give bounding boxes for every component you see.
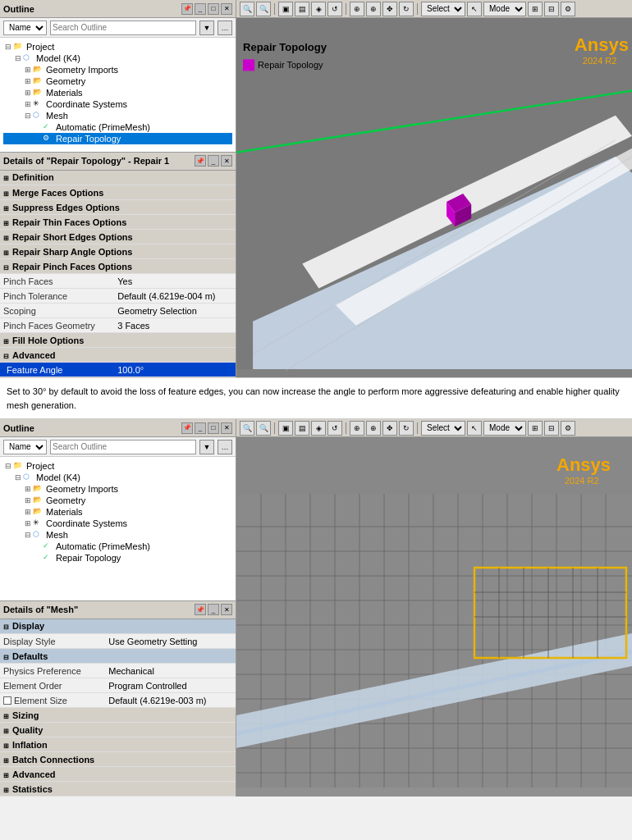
geo-imports-expand-b[interactable]: ⊞ <box>23 484 33 494</box>
tree-mesh-top[interactable]: ⊟ ⬡ Mesh <box>3 110 232 121</box>
pan-btn-b[interactable]: ✥ <box>382 421 397 436</box>
tree-materials-top[interactable]: ⊞ 📂 Materials <box>3 87 232 98</box>
view-btn4[interactable]: ↺ <box>327 2 342 16</box>
snap-btn[interactable]: ⊟ <box>544 2 559 16</box>
tree-geo-imports-bottom[interactable]: ⊞ 📂 Geometry Imports <box>3 483 232 495</box>
physics-value[interactable]: Mechanical <box>105 664 236 678</box>
section-definition[interactable]: ⊞Definition <box>0 171 236 185</box>
view-btn4b[interactable]: ↺ <box>327 421 342 436</box>
section-merge-faces[interactable]: ⊞Merge Faces Options <box>0 185 236 200</box>
feature-angle-value[interactable]: 100.0° <box>114 363 236 377</box>
select-dropdown-bottom[interactable]: Select <box>421 421 465 436</box>
details-pin-icon[interactable]: 📌 <box>195 155 206 167</box>
pinch-geo-value[interactable]: 3 Faces <box>114 318 236 333</box>
outline-sort-btn-bottom[interactable]: ▼ <box>199 440 214 454</box>
geo-expand[interactable]: ⊞ <box>23 76 33 86</box>
section-defaults[interactable]: ⊟Defaults <box>0 649 236 664</box>
outline-expand-btn-bottom[interactable]: … <box>218 440 232 454</box>
pan-btn[interactable]: ✥ <box>382 2 397 16</box>
tree-project-top[interactable]: ⊟ 📁 Project <box>3 41 232 52</box>
det-close-icon-b[interactable]: ✕ <box>221 604 232 615</box>
pinch-tol-value[interactable]: Default (4.6219e-004 m) <box>114 289 236 304</box>
section-fill-hole[interactable]: ⊞Fill Hole Options <box>0 333 236 348</box>
coord-expand-b[interactable]: ⊞ <box>23 518 33 528</box>
tree-materials-bottom[interactable]: ⊞ 📂 Materials <box>3 506 232 518</box>
mesh-expand-b[interactable]: ⊟ <box>23 530 33 540</box>
view-btn1[interactable]: ▣ <box>278 2 293 16</box>
name-dropdown-bottom[interactable]: Name <box>3 440 47 454</box>
section-batch-connections[interactable]: ⊞Batch Connections <box>0 752 236 767</box>
section-repair-thin[interactable]: ⊞Repair Thin Faces Options <box>0 215 236 230</box>
display-style-value[interactable]: Use Geometry Setting <box>105 634 236 649</box>
project-expand[interactable]: ⊟ <box>3 42 13 52</box>
section-quality[interactable]: ⊞Quality <box>0 723 236 737</box>
section-suppress-edges[interactable]: ⊞Suppress Edges Options <box>0 200 236 215</box>
cursor-icon[interactable]: ↖ <box>467 2 482 16</box>
view-btn3[interactable]: ◈ <box>311 2 326 16</box>
view-btn2b[interactable]: ▤ <box>295 421 309 436</box>
zoom-out-btn-top[interactable]: 🔍 <box>256 2 271 16</box>
view-btn1b[interactable]: ▣ <box>278 421 293 436</box>
tree-repair-top[interactable]: ⚙ Repair Topology <box>3 133 232 144</box>
mesh-expand[interactable]: ⊟ <box>23 111 33 121</box>
grid-btn-b[interactable]: ⊞ <box>528 421 543 436</box>
det-min-icon-b[interactable]: _ <box>208 604 219 615</box>
pin-icon-bottom[interactable]: 📌 <box>181 422 193 434</box>
coord-expand[interactable]: ⊞ <box>23 99 33 109</box>
tree-coord-top[interactable]: ⊞ ✳ Coordinate Systems <box>3 98 232 110</box>
mat-expand-b[interactable]: ⊞ <box>23 507 33 517</box>
scoping-value[interactable]: Geometry Selection <box>114 304 236 318</box>
tree-automatic-bottom[interactable]: ✓ Automatic (PrimeMesh) <box>3 541 232 552</box>
mode-dropdown-top[interactable]: Mode <box>483 2 526 16</box>
details-min-icon[interactable]: _ <box>208 155 219 167</box>
min-icon-bottom[interactable]: _ <box>195 422 206 434</box>
rotate-btn-b[interactable]: ↻ <box>399 421 414 436</box>
tree-geometry-bottom[interactable]: ⊞ 📂 Geometry <box>3 495 232 506</box>
details-close-icon[interactable]: ✕ <box>221 155 232 167</box>
tree-repair-bottom[interactable]: ✓ Repair Topology <box>3 552 232 564</box>
tree-geometry-imports-top[interactable]: ⊞ 📂 Geometry Imports <box>3 64 232 75</box>
element-size-checkbox[interactable] <box>3 696 11 705</box>
mode-dropdown-bottom[interactable]: Mode <box>483 421 526 436</box>
rotate-btn[interactable]: ↻ <box>399 2 414 16</box>
project-expand-b[interactable]: ⊟ <box>3 461 13 471</box>
section-repair-pinch[interactable]: ⊟Repair Pinch Faces Options <box>0 259 236 274</box>
outline-expand-btn[interactable]: … <box>218 21 232 35</box>
zoom-in-btn-bottom[interactable]: 🔍 <box>240 421 254 436</box>
zoom-in-btn-top[interactable]: 🔍 <box>240 2 254 16</box>
section-display[interactable]: ⊟Display <box>0 619 236 634</box>
view-btn3b[interactable]: ◈ <box>311 421 326 436</box>
section-repair-short[interactable]: ⊞Repair Short Edges Options <box>0 230 236 244</box>
section-repair-sharp[interactable]: ⊞Repair Sharp Angle Options <box>0 244 236 259</box>
row-feature-angle[interactable]: Feature Angle 100.0° <box>0 363 236 377</box>
name-dropdown-top[interactable]: Name <box>3 21 47 35</box>
tree-mesh-bottom[interactable]: ⊟ ⬡ Mesh <box>3 529 232 541</box>
det-pin-icon-b[interactable]: 📌 <box>195 604 206 615</box>
tree-automatic-top[interactable]: ✓ Automatic (PrimeMesh) <box>3 121 232 133</box>
tree-geometry-top[interactable]: ⊞ 📂 Geometry <box>3 75 232 87</box>
zoom-out-btn-bottom[interactable]: 🔍 <box>256 421 271 436</box>
tree-model-top[interactable]: ⊟ ⬡ Model (K4) <box>3 52 232 64</box>
zoom-fit-btn[interactable]: ⊕ <box>350 2 364 16</box>
element-order-value[interactable]: Program Controlled <box>105 678 236 693</box>
view-btn2[interactable]: ▤ <box>295 2 309 16</box>
settings-btn-top[interactable]: ⚙ <box>561 2 575 16</box>
snap-btn-b[interactable]: ⊟ <box>544 421 559 436</box>
geo-imports-expand[interactable]: ⊞ <box>23 65 33 75</box>
settings-btn-bottom[interactable]: ⚙ <box>561 421 575 436</box>
zoom-all-btn[interactable]: ⊕ <box>366 2 381 16</box>
select-dropdown-top[interactable]: Select <box>421 2 465 16</box>
tree-coord-bottom[interactable]: ⊞ ✳ Coordinate Systems <box>3 518 232 529</box>
close-icon-top[interactable]: ✕ <box>221 3 232 15</box>
minimize-icon[interactable]: _ <box>195 3 206 15</box>
outline-sort-btn[interactable]: ▼ <box>199 21 214 35</box>
section-inflation[interactable]: ⊞Inflation <box>0 737 236 752</box>
pinch-faces-value[interactable]: Yes <box>114 274 236 289</box>
tree-model-bottom[interactable]: ⊟ ⬡ Model (K4) <box>3 472 232 483</box>
model-expand[interactable]: ⊟ <box>13 53 23 63</box>
section-sizing[interactable]: ⊞Sizing <box>0 708 236 723</box>
max-icon-bottom[interactable]: □ <box>208 422 219 434</box>
zoom-fit-btn-b[interactable]: ⊕ <box>350 421 364 436</box>
element-size-value[interactable]: Default (4.6219e-003 m) <box>105 693 236 708</box>
cursor-icon-b[interactable]: ↖ <box>467 421 482 436</box>
